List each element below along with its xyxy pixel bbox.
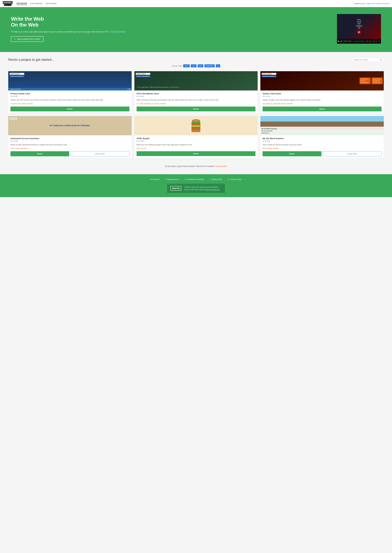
logo-thimble: thimble [3, 1, 13, 4]
remix-button-privacy[interactable]: Remix [10, 107, 129, 111]
nav-get-started[interactable]: Get Started [16, 2, 27, 5]
hacker-tag-fun[interactable]: fun [263, 103, 265, 105]
remix-button-burger[interactable]: Remix [137, 151, 256, 156]
sign-in-link[interactable]: Sign in [367, 2, 372, 5]
hero-section: Write the Web On the Web Thimble is an o… [0, 7, 392, 52]
settings-icon[interactable]: ⚙ [370, 41, 371, 42]
card-body-sixword: My Six Word Summer By mozilla Tell us wh… [260, 135, 384, 158]
footer-terms-link[interactable]: ✓ Terms of Use [209, 178, 222, 180]
footer-email-link[interactable]: ✉ Email Us [150, 178, 160, 180]
fill-tag-privacy[interactable]: privacy [154, 103, 159, 105]
card-title-fill: Fill-in-the-Blanks Story [137, 92, 256, 95]
fullscreen-icon[interactable]: ⛶ [378, 41, 380, 42]
nav-get-involved[interactable]: Get Involved [46, 2, 56, 5]
tag-css-link[interactable]: css [10, 103, 13, 105]
tag-security-link[interactable]: security [27, 103, 33, 105]
tag-js[interactable]: js [216, 64, 220, 67]
hacker-tag-javascript[interactable]: javascript [273, 103, 280, 105]
card-body-burger: HTML Burger By mozilla Build your own de… [134, 135, 258, 158]
tag-javascript[interactable]: javascript [204, 64, 215, 67]
card-body-fill: Fill-in-the-Blanks Story By mozilla Star… [134, 90, 258, 113]
card-fill-blanks: Back-to-School Privacy & Security Kit > … [134, 71, 258, 113]
footer-docs-link[interactable]: ? Read the Docs [165, 178, 179, 180]
terms-icon: ✓ [209, 178, 210, 180]
tags-label: Popular Tags [172, 65, 182, 67]
card-image-sixword: My Six-Word Summer Burning sidewalks.Mel… [260, 116, 384, 135]
start-project-button[interactable]: ✏ Start a project from scratch [11, 36, 43, 42]
javascript-link[interactable]: JavaScript [116, 31, 125, 33]
card-body-privacy: Privacy Avatar Card By mozilla Online, y… [8, 90, 132, 113]
burger-tag-html[interactable]: html [137, 147, 140, 149]
hacker-tag-js[interactable]: js [271, 103, 272, 105]
search-input[interactable] [354, 59, 380, 61]
video-controls[interactable]: ▶ 🔊 0:56 / 2:34 CC ⚙ YouTube ⛶ [337, 39, 381, 44]
hw-tag-array[interactable]: array [15, 147, 19, 149]
footer-privacy-link[interactable]: 🔒 Privacy Policy [227, 178, 242, 180]
sixword-tag-narrative[interactable]: narrative [272, 147, 279, 149]
hw-title-text: My chinchilla misplaced my diorama. [50, 124, 90, 127]
hero-text: Write the Web On the Web Thimble is an o… [11, 16, 330, 42]
tag-html-link[interactable]: html [14, 103, 17, 105]
nav-cool-features[interactable]: Cool Features [30, 2, 42, 5]
remix-title: Remix a project to get started... [8, 58, 54, 62]
lesson-button-homework[interactable]: Lesson Plan [70, 151, 129, 156]
html-link[interactable]: HTML [104, 31, 109, 33]
tags-row: Popular Tags html css fun javascript js [8, 64, 384, 67]
bts-badge-white: Back-to-School [10, 73, 24, 75]
card-desc-hacker: Outwit, escape, and remix attacks agains… [263, 99, 382, 101]
card-image-fill: Back-to-School Privacy & Security Kit > … [134, 71, 258, 90]
card-actions-fill: Remix [137, 107, 256, 111]
card-title-homework: Homework Excuse Generator [10, 137, 129, 139]
hacker-tag-privacy[interactable]: privacy [281, 103, 286, 105]
sixword-tag-html[interactable]: html [263, 147, 266, 149]
hw-tag-javascript[interactable]: javascript [20, 147, 27, 149]
create-account-link[interactable]: Create an account [375, 2, 389, 5]
footer-mozilla-box: moz://a Thimble is part of the Mozilla L… [167, 184, 225, 193]
fill-tag-security[interactable]: security [160, 103, 166, 105]
fill-tag-jsmin[interactable]: js [152, 103, 153, 105]
hw-tag-js[interactable]: js [27, 147, 29, 149]
hw-tag-code[interactable]: code [10, 147, 14, 149]
language-selector[interactable]: English (US) ▾ [354, 2, 365, 5]
cc-icon[interactable]: CC [366, 41, 368, 42]
hacker-tag-game[interactable]: game [266, 103, 270, 105]
video-container[interactable]: Welcome to Thimble STAYCALMANDTHIMBLEON … [337, 14, 381, 44]
card-author-fill: By mozilla [137, 95, 256, 97]
burger-lettuce2 [191, 127, 200, 128]
play-icon[interactable]: ▶ [338, 40, 339, 42]
css-link[interactable]: CSS [110, 31, 114, 33]
fill-tag-js[interactable]: javascript [144, 103, 151, 105]
card-desc-fill: Start a Privacy & Security conversation … [137, 99, 256, 101]
card-privacy-avatar: Back-to-School Privacy & Security Kit Cr… [8, 71, 132, 113]
mozilla-url-link[interactable]: learning.mozilla.org [205, 189, 220, 191]
remix-button-homework[interactable]: Remix [10, 151, 69, 156]
burger-tag-fun[interactable]: fun [144, 147, 146, 149]
tag-fun[interactable]: fun [198, 64, 203, 67]
remix-button-fill[interactable]: Remix [137, 107, 256, 111]
tag-fun-link[interactable]: fun [18, 103, 20, 105]
fill-tag-html[interactable]: html [140, 103, 143, 105]
github-icon: ⊙ [184, 178, 186, 180]
search-box[interactable]: 🔍 [352, 57, 384, 62]
volume-icon[interactable]: 🔊 [340, 41, 342, 42]
nav-links: Get Started Cool Features Get Involved [16, 2, 354, 5]
tag-css[interactable]: css [191, 64, 196, 67]
fill-tag-css[interactable]: css [137, 103, 139, 105]
mozilla-logo: moz://a [170, 186, 181, 191]
card-desc-homework: Remix a basic JavaScript function to exp… [10, 143, 129, 146]
crypto-bar: Crypto to the Wise3 📡 [8, 88, 132, 90]
tag-html[interactable]: html [183, 64, 190, 67]
let-us-know-link[interactable]: Let us know! [216, 165, 227, 167]
footer-github-link[interactable]: ⊙ Contribute on GitHub [184, 178, 203, 180]
starter-cta: Do you have a good starter project? We'd… [8, 162, 384, 169]
site-logo[interactable]: thimble moz://a [3, 1, 13, 6]
card-actions-homework: Remix Lesson Plan [10, 151, 129, 156]
burger-tag-css[interactable]: css [140, 147, 143, 149]
hacker-tag-security[interactable]: security [287, 103, 293, 105]
card-tags-burger: html, css, fun [137, 147, 256, 149]
tag-privacy-link[interactable]: privacy [21, 103, 26, 105]
sixword-tag-writing[interactable]: writing [267, 147, 272, 149]
remix-button-sixword[interactable]: Remix [263, 151, 321, 156]
lesson-button-sixword[interactable]: Lesson Plan [322, 151, 382, 156]
remix-button-hacker[interactable]: Remix [263, 107, 382, 111]
